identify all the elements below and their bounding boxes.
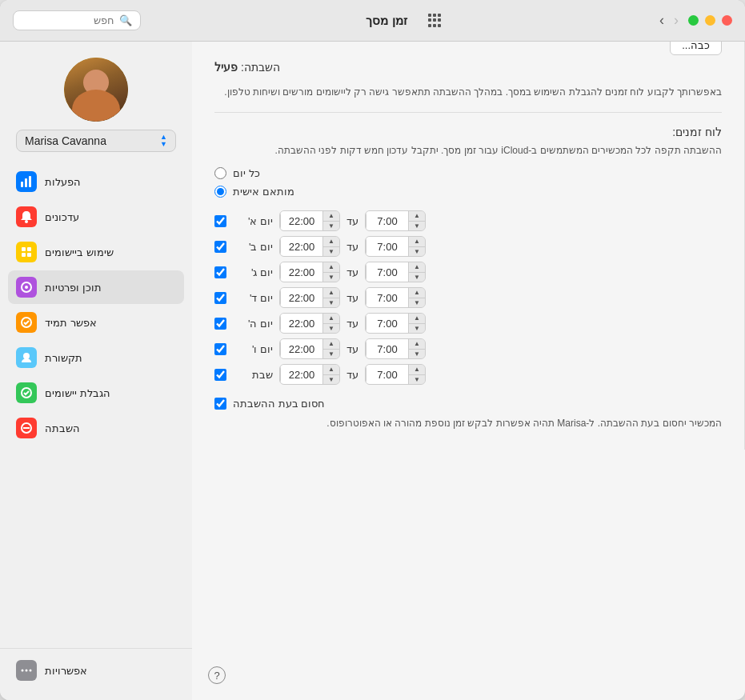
sidebar-item-activity[interactable]: הפעלות xyxy=(8,165,184,198)
options-row[interactable]: אפשרויות xyxy=(8,655,184,686)
schedule-desc: ההשבתה תקפה לכל המכשירים המשתמשים ב-iClo… xyxy=(214,143,722,158)
to-stepper-up-1[interactable]: ▲ xyxy=(409,237,425,247)
sidebar-item-always-allowed[interactable]: אפשר תמיד xyxy=(8,306,184,339)
minimize-button[interactable] xyxy=(705,15,715,26)
turn-off-button[interactable]: כבה... xyxy=(670,42,722,55)
to-time-stepper-4[interactable]: ▲ ▼ 7:00 xyxy=(365,313,426,334)
day-checkbox-0[interactable] xyxy=(214,215,226,227)
from-time-stepper-6[interactable]: ▲ ▼ 22:00 xyxy=(279,364,340,385)
from-stepper-down-3[interactable]: ▼ xyxy=(323,298,339,308)
from-time-stepper-2[interactable]: ▲ ▼ 22:00 xyxy=(279,262,340,282)
from-stepper-up-6[interactable]: ▲ xyxy=(323,365,339,375)
from-time-stepper-4[interactable]: ▲ ▼ 22:00 xyxy=(279,313,340,334)
help-button[interactable]: ? xyxy=(208,666,226,684)
to-time-value-1: 7:00 xyxy=(366,237,409,256)
to-stepper-down-2[interactable]: ▼ xyxy=(409,273,425,282)
to-time-value-2: 7:00 xyxy=(366,262,409,282)
maximize-button[interactable] xyxy=(688,15,699,26)
to-stepper-arrows-1[interactable]: ▲ ▼ xyxy=(409,237,425,256)
from-stepper-arrows-3[interactable]: ▲ ▼ xyxy=(323,288,339,307)
from-time-stepper-5[interactable]: ▲ ▼ 22:00 xyxy=(279,338,340,359)
from-stepper-up-3[interactable]: ▲ xyxy=(323,288,339,298)
to-stepper-down-4[interactable]: ▼ xyxy=(409,324,425,334)
from-stepper-down-2[interactable]: ▼ xyxy=(323,273,339,282)
main-content: כבה... השבתה: פעיל באפשרותך לקבוע לוח זמ… xyxy=(0,42,745,700)
to-time-stepper-0[interactable]: ▲ ▼ 7:00 xyxy=(365,210,426,231)
sidebar-item-notifications[interactable]: עדכונים xyxy=(8,200,184,234)
svg-point-17 xyxy=(30,670,32,672)
sidebar-item-downtime[interactable]: השבתה xyxy=(8,411,184,445)
day-checkbox-4[interactable] xyxy=(214,318,226,330)
from-stepper-arrows-0[interactable]: ▲ ▼ xyxy=(323,211,339,230)
to-stepper-down-0[interactable]: ▼ xyxy=(409,222,425,231)
to-stepper-arrows-0[interactable]: ▲ ▼ xyxy=(409,211,425,230)
to-time-stepper-1[interactable]: ▲ ▼ 7:00 xyxy=(365,236,426,257)
back-button[interactable]: ‹ xyxy=(671,10,682,30)
search-box[interactable]: 🔍 xyxy=(13,10,141,30)
to-stepper-down-3[interactable]: ▼ xyxy=(409,298,425,308)
from-stepper-arrows-6[interactable]: ▲ ▼ xyxy=(323,365,339,384)
to-stepper-up-2[interactable]: ▲ xyxy=(409,262,425,273)
from-stepper-down-6[interactable]: ▼ xyxy=(323,375,339,385)
to-stepper-up-0[interactable]: ▲ xyxy=(409,211,425,222)
from-stepper-up-5[interactable]: ▲ xyxy=(323,339,339,350)
close-button[interactable] xyxy=(722,15,732,26)
to-stepper-up-6[interactable]: ▲ xyxy=(409,365,425,375)
to-time-stepper-6[interactable]: ▲ ▼ 7:00 xyxy=(365,364,426,385)
sidebar-item-app-usage[interactable]: שימוש ביישומים xyxy=(8,235,184,269)
radio-custom-input[interactable] xyxy=(214,186,226,198)
to-stepper-arrows-5[interactable]: ▲ ▼ xyxy=(409,339,425,358)
to-stepper-arrows-2[interactable]: ▲ ▼ xyxy=(409,262,425,282)
block-checkbox[interactable] xyxy=(214,398,226,410)
radio-custom[interactable]: מותאם אישית xyxy=(214,186,294,198)
title-area: זמן מסך xyxy=(356,14,440,28)
to-stepper-arrows-4[interactable]: ▲ ▼ xyxy=(409,314,425,333)
to-stepper-down-5[interactable]: ▼ xyxy=(409,350,425,359)
from-stepper-up-2[interactable]: ▲ xyxy=(323,262,339,273)
to-stepper-down-1[interactable]: ▼ xyxy=(409,247,425,257)
schedule-rows: ▲ ▼ 7:00 עד ▲ ▼ 22:00 xyxy=(214,210,722,385)
user-selector[interactable]: ▲ ▼ Marisa Cavanna xyxy=(16,130,176,152)
from-stepper-arrows-2[interactable]: ▲ ▼ xyxy=(323,262,339,282)
from-stepper-down-5[interactable]: ▼ xyxy=(323,350,339,359)
to-stepper-arrows-6[interactable]: ▲ ▼ xyxy=(409,365,425,384)
day-checkbox-6[interactable] xyxy=(214,369,226,381)
from-stepper-arrows-5[interactable]: ▲ ▼ xyxy=(323,339,339,358)
radio-all-day-input[interactable] xyxy=(214,167,226,179)
forward-button[interactable]: › xyxy=(656,10,667,30)
to-stepper-up-3[interactable]: ▲ xyxy=(409,288,425,298)
from-time-stepper-0[interactable]: ▲ ▼ 22:00 xyxy=(279,210,340,231)
day-checkbox-2[interactable] xyxy=(214,266,226,278)
to-stepper-down-6[interactable]: ▼ xyxy=(409,375,425,385)
to-stepper-arrows-3[interactable]: ▲ ▼ xyxy=(409,288,425,307)
from-stepper-arrows-1[interactable]: ▲ ▼ xyxy=(323,237,339,256)
day-checkbox-3[interactable] xyxy=(214,292,226,304)
from-time-stepper-3[interactable]: ▲ ▼ 22:00 xyxy=(279,287,340,308)
search-icon: 🔍 xyxy=(119,14,132,26)
window-title: זמן מסך xyxy=(366,14,407,28)
sidebar-item-content-privacy[interactable]: תוכן ופרטיות xyxy=(8,270,184,304)
from-time-stepper-1[interactable]: ▲ ▼ 22:00 xyxy=(279,236,340,257)
from-stepper-arrows-4[interactable]: ▲ ▼ xyxy=(323,314,339,333)
search-input[interactable] xyxy=(26,14,114,26)
to-time-stepper-5[interactable]: ▲ ▼ 7:00 xyxy=(365,338,426,359)
sidebar-item-app-limits[interactable]: הגבלת יישומים xyxy=(8,376,184,410)
to-time-stepper-3[interactable]: ▲ ▼ 7:00 xyxy=(365,287,426,308)
day-checkbox-5[interactable] xyxy=(214,343,226,355)
sidebar-item-label-notifications: עדכונים xyxy=(45,211,79,223)
from-stepper-down-4[interactable]: ▼ xyxy=(323,324,339,334)
svg-rect-4 xyxy=(22,247,26,251)
from-stepper-up-1[interactable]: ▲ xyxy=(323,237,339,247)
radio-all-day[interactable]: כל יום xyxy=(214,167,260,179)
sidebar-item-communication[interactable]: תקשורת xyxy=(8,341,184,374)
sidebar-bottom: אפשרויות xyxy=(0,648,192,692)
from-stepper-down-0[interactable]: ▼ xyxy=(323,222,339,231)
to-stepper-up-4[interactable]: ▲ xyxy=(409,314,425,324)
from-stepper-up-0[interactable]: ▲ xyxy=(323,211,339,222)
day-checkbox-1[interactable] xyxy=(214,241,226,253)
grid-icon[interactable] xyxy=(427,14,441,28)
to-stepper-up-5[interactable]: ▲ xyxy=(409,339,425,350)
from-stepper-up-4[interactable]: ▲ xyxy=(323,314,339,324)
to-time-stepper-2[interactable]: ▲ ▼ 7:00 xyxy=(365,262,426,282)
from-stepper-down-1[interactable]: ▼ xyxy=(323,247,339,257)
